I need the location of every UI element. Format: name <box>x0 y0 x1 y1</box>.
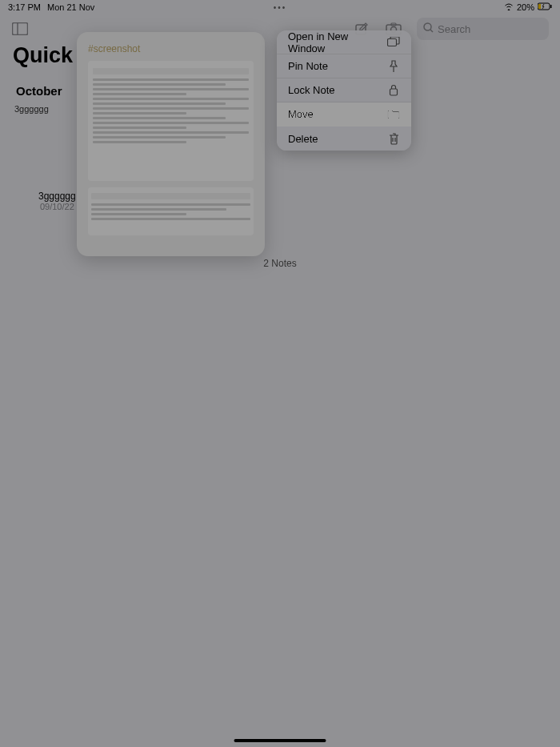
svg-rect-12 <box>390 89 398 95</box>
note-title: 3gggggg <box>38 191 76 202</box>
sidebar-toggle-icon[interactable] <box>11 20 29 38</box>
context-menu: Open in New Window Pin Note Lock Note Mo… <box>277 30 411 151</box>
status-dots: ••• <box>274 3 287 12</box>
menu-label: Open in New Window <box>288 30 387 54</box>
search-input[interactable]: Search <box>417 18 549 40</box>
preview-tag: #screenshot <box>88 43 254 54</box>
menu-label: Pin Note <box>288 60 328 72</box>
status-bar: 3:17 PM Mon 21 Nov ••• 20% <box>0 0 560 14</box>
svg-rect-1 <box>538 4 541 9</box>
battery-percent: 20% <box>517 2 534 12</box>
svg-rect-11 <box>388 39 397 46</box>
trash-icon <box>387 132 400 145</box>
section-header: October <box>16 84 62 98</box>
svg-line-10 <box>430 30 433 32</box>
note-card-second[interactable]: 3gggggg 09/10/22 <box>38 191 76 211</box>
wifi-icon <box>504 2 514 12</box>
menu-move[interactable]: Move <box>277 102 411 127</box>
menu-label: Delete <box>288 133 318 145</box>
preview-thumbnail-1 <box>88 61 254 181</box>
svg-point-9 <box>424 23 431 30</box>
folder-icon <box>387 108 400 121</box>
menu-lock-note[interactable]: Lock Note <box>277 78 411 102</box>
svg-rect-2 <box>550 5 552 8</box>
battery-icon <box>538 2 552 12</box>
menu-delete[interactable]: Delete <box>277 127 411 151</box>
home-indicator[interactable] <box>234 739 326 742</box>
menu-open-new-window[interactable]: Open in New Window <box>277 30 411 54</box>
menu-label: Lock Note <box>288 84 335 96</box>
menu-label: Move <box>288 108 314 120</box>
pin-icon <box>387 60 400 73</box>
menu-pin-note[interactable]: Pin Note <box>277 54 411 78</box>
note-preview-popover: #screenshot <box>77 32 265 256</box>
status-time: 3:17 PM <box>8 2 41 12</box>
notes-count: 2 Notes <box>0 258 560 269</box>
status-date: Mon 21 Nov <box>47 2 94 12</box>
note-date: 09/10/22 <box>38 202 76 211</box>
svg-rect-3 <box>13 23 28 35</box>
lock-icon <box>387 84 400 97</box>
search-icon <box>423 22 434 35</box>
search-placeholder: Search <box>438 23 470 35</box>
preview-thumbnail-2 <box>88 187 254 235</box>
window-icon <box>387 36 400 49</box>
